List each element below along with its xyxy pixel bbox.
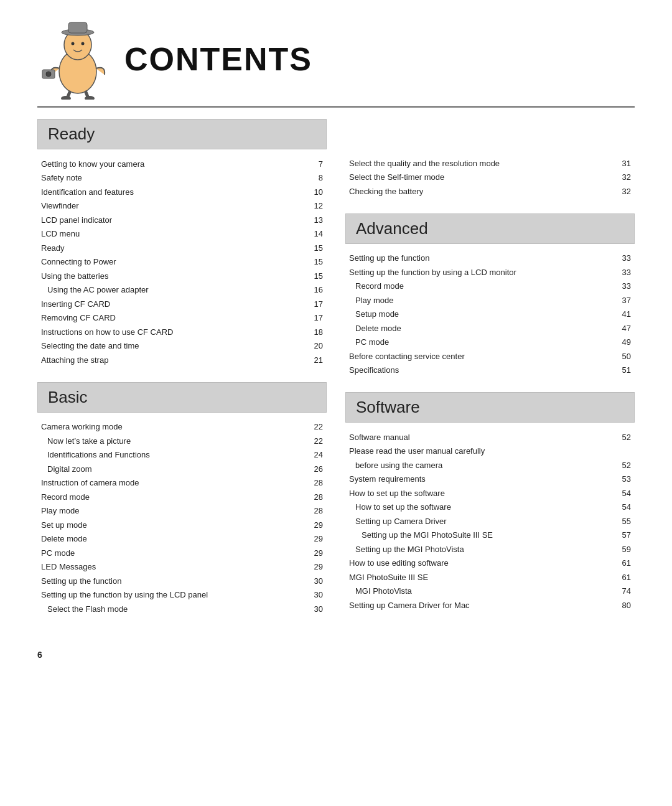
toc-page: 30	[309, 575, 323, 588]
toc-label: Setting up Camera Driver	[349, 515, 617, 528]
list-item: Delete mode29	[41, 532, 323, 546]
toc-page: 12	[309, 200, 323, 212]
toc-page: 49	[617, 336, 631, 349]
list-item: Select the Flash mode30	[41, 602, 323, 616]
toc-page: 31	[617, 157, 631, 170]
section-ready-cont: Select the quality and the resolution mo…	[345, 119, 635, 199]
toc-label: Select the Self-timer mode	[349, 171, 617, 184]
list-item: Digital zoom26	[41, 462, 323, 476]
advanced-toc-list: Setting up the function33Setting up the …	[345, 251, 635, 378]
ready-cont-toc-list: Select the quality and the resolution mo…	[345, 156, 635, 199]
list-item: Setup mode41	[349, 307, 631, 322]
mascot-icon	[37, 19, 118, 100]
toc-page: 57	[617, 529, 631, 541]
list-item: Selecting the date and time20	[41, 339, 323, 354]
toc-label: Select the quality and the resolution mo…	[349, 157, 617, 170]
toc-label: LED Messages	[41, 561, 309, 573]
list-item: Delete mode47	[349, 321, 631, 335]
toc-page: 41	[617, 308, 631, 321]
toc-label: Select the Flash mode	[41, 603, 309, 616]
toc-label: Set up mode	[41, 519, 309, 532]
left-column: Ready Getting to know your camera7Safety…	[37, 119, 327, 631]
page-header: CONTENTS	[37, 19, 635, 100]
toc-page: 28	[309, 505, 323, 517]
list-item: Select the quality and the resolution mo…	[349, 156, 631, 171]
section-basic-header: Basic	[37, 382, 327, 413]
list-item: Safety note8	[41, 171, 323, 185]
toc-page: 8	[309, 172, 323, 184]
list-item: Attaching the strap21	[41, 353, 323, 367]
svg-rect-3	[68, 22, 87, 33]
toc-page: 33	[617, 252, 631, 265]
toc-label: LCD menu	[41, 228, 309, 240]
list-item: Before contacting service center50	[349, 349, 631, 363]
toc-label: Instructions on how to use CF CARD	[41, 326, 309, 339]
toc-label: Setting up the function	[41, 575, 309, 588]
toc-page: 21	[309, 354, 323, 367]
toc-page: 61	[617, 571, 631, 584]
toc-label: Play mode	[349, 294, 617, 307]
page-number: 6	[37, 650, 635, 660]
toc-page: 29	[309, 561, 323, 573]
toc-label: PC mode	[41, 547, 309, 560]
toc-page: 13	[309, 214, 323, 227]
list-item: Setting up the MGI PhotoVista59	[349, 542, 631, 556]
list-item: Setting up the function by using a LCD m…	[349, 265, 631, 279]
list-item: Specifications51	[349, 363, 631, 378]
toc-page: 15	[309, 256, 323, 268]
toc-page: 29	[309, 547, 323, 560]
toc-label: How to use editing software	[349, 557, 617, 569]
list-item: Play mode37	[349, 293, 631, 307]
toc-page: 29	[309, 533, 323, 545]
list-item: Play mode28	[41, 504, 323, 518]
list-item: Setting up the function30	[41, 574, 323, 588]
contents-grid: Ready Getting to know your camera7Safety…	[37, 119, 635, 631]
toc-page: 51	[617, 364, 631, 377]
toc-label: Identifications and Functions	[41, 449, 309, 461]
list-item: System requirements53	[349, 472, 631, 487]
toc-page: 18	[309, 326, 323, 339]
toc-page: 20	[309, 340, 323, 352]
toc-page: 50	[617, 350, 631, 363]
toc-page: 15	[309, 270, 323, 283]
list-item: Connecting to Power15	[41, 255, 323, 269]
toc-label: Identification and features	[41, 186, 309, 199]
list-item: Instruction of camera mode28	[41, 476, 323, 490]
toc-label: Before contacting service center	[349, 350, 617, 363]
toc-label: Setting up the function	[349, 252, 617, 265]
toc-label: Digital zoom	[41, 463, 309, 476]
list-item: Removing CF CARD17	[41, 311, 323, 326]
svg-point-7	[46, 72, 51, 77]
toc-page: 33	[617, 280, 631, 293]
list-item: Identification and features10	[41, 185, 323, 199]
list-item: How to use editing software61	[349, 556, 631, 571]
list-item: MGI PhotoVista74	[349, 584, 631, 599]
basic-toc-list: Camera working mode22Now let’s take a pi…	[37, 420, 327, 616]
toc-label: PC mode	[349, 336, 617, 349]
list-item: Viewfinder12	[41, 199, 323, 213]
toc-page: 17	[309, 298, 323, 311]
list-item: Please read the user manual carefully	[349, 444, 631, 459]
list-item: LCD panel indicator13	[41, 213, 323, 227]
list-item: Identifications and Functions24	[41, 448, 323, 462]
list-item: Camera working mode22	[41, 420, 323, 434]
toc-page: 59	[617, 543, 631, 556]
toc-page: 52	[617, 431, 631, 444]
list-item: Inserting CF CARD17	[41, 297, 323, 311]
toc-page: 29	[309, 519, 323, 532]
list-item: How to set up the software54	[349, 486, 631, 500]
toc-label: Setting up the function by using the LCD…	[41, 589, 309, 601]
toc-label: Checking the battery	[349, 185, 617, 198]
header-divider	[37, 106, 635, 108]
list-item: before using the camera52	[349, 458, 631, 472]
toc-page: 24	[309, 449, 323, 461]
section-basic: Basic Camera working mode22Now let’s tak…	[37, 382, 327, 616]
toc-label: Ready	[41, 242, 309, 255]
list-item: Setting up the function by using the LCD…	[41, 588, 323, 602]
toc-label: LCD panel indicator	[41, 214, 309, 227]
ready-toc-list: Getting to know your camera7Safety note8…	[37, 157, 327, 367]
toc-label: Removing CF CARD	[41, 312, 309, 324]
toc-page: 53	[617, 473, 631, 485]
toc-label: Please read the user manual carefully	[349, 445, 617, 457]
toc-page: 26	[309, 463, 323, 476]
